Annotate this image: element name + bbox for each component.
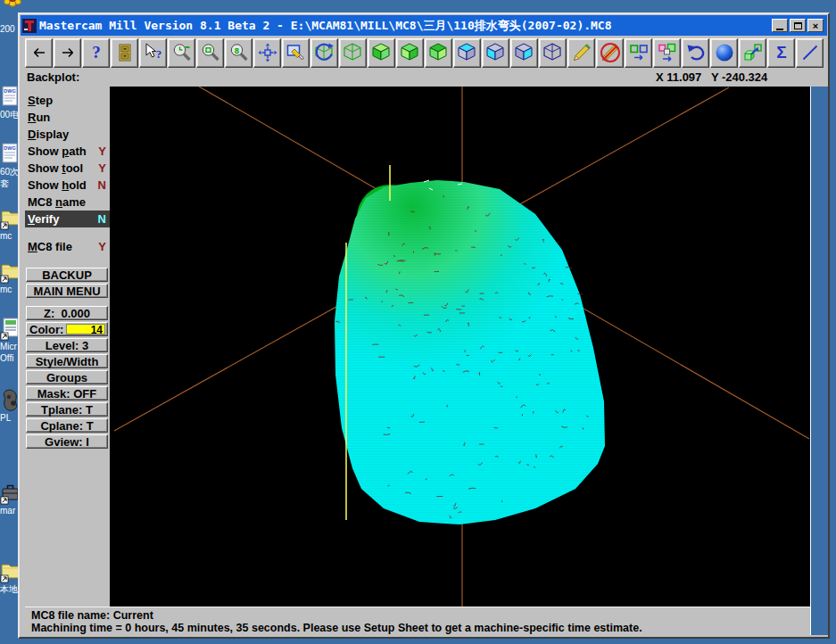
flower-icon <box>0 0 23 9</box>
menu-item-value: N <box>98 177 106 194</box>
cube-green-wire-button[interactable] <box>339 38 367 68</box>
cube-cyan-top-button[interactable] <box>453 38 481 68</box>
close-button[interactable]: × <box>807 19 824 32</box>
svg-text:8: 8 <box>234 45 238 55</box>
minimize-button[interactable] <box>772 19 788 32</box>
cube-green-wire-icon <box>343 42 364 63</box>
backplot-menu-panel: StepRunDisplayShow pathYShow toolYShow h… <box>25 87 110 607</box>
sigma-button[interactable]: Σ <box>767 38 795 68</box>
pencil-button[interactable] <box>567 38 595 68</box>
groupsbutton[interactable]: Groups <box>26 370 108 384</box>
color-button[interactable]: Color:14 <box>26 322 108 336</box>
cube-green-top-button[interactable] <box>368 38 395 68</box>
cube-green-right-icon <box>428 42 450 63</box>
cube-green-top-icon <box>371 42 393 63</box>
menu-item-label: Show path <box>28 144 87 158</box>
copy-squares-icon <box>628 42 650 63</box>
menu-item-show-hold[interactable]: Show holdN <box>25 177 110 194</box>
window-magnifier-button[interactable] <box>196 38 224 68</box>
cube-expand-button[interactable] <box>739 38 766 68</box>
color-value-badge: 14 <box>66 324 105 334</box>
pencil-delete-button[interactable] <box>596 38 624 68</box>
shaded-sphere-icon <box>714 42 735 63</box>
mask-offbutton[interactable]: Mask: OFF <box>26 386 108 400</box>
status-bar: MC8 file name: Current Machining time = … <box>25 607 810 635</box>
menu-item-label: Step <box>28 94 53 107</box>
forward-arrow-button[interactable] <box>54 38 81 68</box>
setting-label: Level: 3 <box>46 339 88 352</box>
menu-item-show-tool[interactable]: Show toolY <box>25 160 110 177</box>
menu-item-mc8-name[interactable]: MC8 name <box>25 194 110 211</box>
shaded-sphere-button[interactable] <box>710 38 738 68</box>
maximize-button[interactable] <box>790 19 806 32</box>
cursor-help-button[interactable]: ? <box>139 38 167 68</box>
maximize-icon <box>794 22 802 29</box>
zoom-magnifier-button[interactable] <box>168 38 195 68</box>
menu-spacer <box>25 227 110 238</box>
graphics-viewport[interactable] <box>110 87 810 607</box>
cube-blue-wire-button[interactable] <box>539 38 567 68</box>
backup-button[interactable]: BACKUP <box>26 268 108 282</box>
cube-cyan-top-icon <box>457 42 478 63</box>
file-cabinet-button[interactable] <box>111 38 138 68</box>
svg-text:Σ: Σ <box>776 43 786 62</box>
help-question-button[interactable]: ? <box>82 38 110 68</box>
svg-text:?: ? <box>155 47 161 61</box>
style-widthbutton[interactable]: Style/Width <box>26 354 108 368</box>
setting-label: Gview: I <box>45 435 89 449</box>
sigma-icon: Σ <box>771 42 792 63</box>
pencil-delete-icon <box>600 42 621 63</box>
toolbar: ??8Σ <box>20 36 828 69</box>
cube-green-left-button[interactable] <box>396 38 424 68</box>
prompt-row: Backplot: X 11.097 Y -240.324 <box>20 69 828 87</box>
setting-label: Tplane: T <box>41 403 93 417</box>
undo-arrow-button[interactable] <box>682 38 709 68</box>
copy-squares-button[interactable] <box>625 38 652 68</box>
menu-item-display[interactable]: Display <box>25 126 110 143</box>
rotate-cube-button[interactable] <box>310 38 338 68</box>
setting-label: Z: 0.000 <box>44 307 90 320</box>
pan-crosshair-button[interactable] <box>253 38 281 68</box>
menu-item-step[interactable]: Step <box>25 92 110 109</box>
mastercam-window: Mastercam Mill Version 8.1 Beta 2 - E:\M… <box>18 12 830 639</box>
menu-item-value: N <box>98 211 106 227</box>
setting-label: Groups <box>46 371 87 384</box>
minimize-icon <box>776 29 783 30</box>
back-arrow-icon <box>29 42 50 63</box>
copy-squares-colored-icon <box>657 42 678 63</box>
cube-cyan-left-button[interactable] <box>482 38 509 68</box>
setting-label: Color: <box>27 323 63 336</box>
pencil-icon <box>571 42 592 63</box>
cube-green-left-icon <box>400 42 421 63</box>
menu-item-verify[interactable]: VerifyN <box>25 211 110 227</box>
help-question-icon: ? <box>86 42 107 63</box>
repaint-brush-icon <box>286 42 307 63</box>
magnifier-8-button[interactable]: 8 <box>225 38 252 68</box>
gview-ibutton[interactable]: Gview: I <box>26 434 108 449</box>
back-arrow-button[interactable] <box>25 38 53 68</box>
desktop-item[interactable] <box>0 0 23 9</box>
cube-cyan-right-button[interactable] <box>510 38 538 68</box>
backplot-menu: StepRunDisplayShow pathYShow toolYShow h… <box>25 87 110 255</box>
cplane-tbutton[interactable]: Cplane: T <box>26 418 108 433</box>
cursor-help-icon: ? <box>143 42 164 63</box>
diagonal-line-button[interactable] <box>796 38 824 68</box>
level-3button[interactable]: Level: 3 <box>26 338 108 352</box>
repaint-brush-button[interactable] <box>282 38 310 68</box>
cube-green-right-button[interactable] <box>425 38 452 68</box>
title-bar[interactable]: Mastercam Mill Version 8.1 Beta 2 - E:\M… <box>21 15 827 36</box>
menu-item-mc8-file[interactable]: MC8 fileY <box>25 238 110 255</box>
menu-item-label: Show hold <box>28 178 87 192</box>
tplane-tbutton[interactable]: Tplane: T <box>26 402 108 417</box>
menu-item-show-path[interactable]: Show pathY <box>25 143 110 160</box>
z-0-000button[interactable]: Z: 0.000 <box>26 306 108 320</box>
svg-text:DWG: DWG <box>4 88 15 94</box>
main-menu-button[interactable]: MAIN MENU <box>26 284 108 298</box>
menu-item-label: MC8 name <box>28 195 86 209</box>
window-title: Mastercam Mill Version 8.1 Beta 2 - E:\M… <box>39 18 769 34</box>
window-magnifier-icon <box>200 42 221 63</box>
prompt-menu-title: Backplot: <box>27 70 79 84</box>
menu-item-label: Verify <box>28 212 59 226</box>
menu-item-run[interactable]: Run <box>25 109 110 126</box>
copy-squares-colored-button[interactable] <box>653 38 681 68</box>
